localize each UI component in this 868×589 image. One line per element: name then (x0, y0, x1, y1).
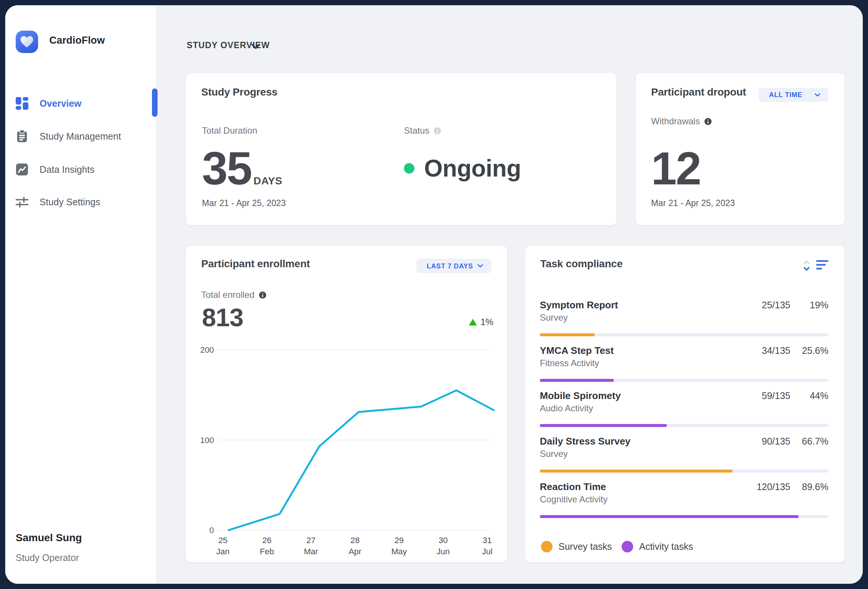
legend-activity: Activity tasks (621, 541, 693, 552)
svg-text:26: 26 (263, 536, 272, 545)
heart-icon (20, 35, 34, 49)
cardioflow-logo (16, 31, 38, 53)
total-duration-value: 35DAYS (202, 145, 282, 192)
task-progress-track (540, 469, 828, 472)
svg-text:27: 27 (307, 536, 316, 545)
task-progress-fill (540, 379, 614, 382)
withdrawals-label: Withdrawals (651, 117, 712, 126)
filter-icon[interactable] (816, 260, 828, 270)
sidebar-item-overview[interactable]: Overview (16, 95, 81, 112)
duration-range: Mar 21 - Apr 25, 2023 (202, 199, 286, 208)
svg-text:Jan: Jan (216, 547, 229, 556)
task-progress-fill (540, 469, 732, 472)
sidebar: CardioFlow Overview (5, 5, 156, 584)
task-count: 34/135 (762, 346, 790, 355)
task-progress-track (540, 333, 828, 336)
svg-text:28: 28 (351, 536, 360, 545)
sidebar-item-label: Overview (40, 99, 81, 108)
task-percent: 25.6% (802, 346, 828, 355)
svg-text:Feb: Feb (260, 547, 274, 556)
legend-dot-activity (621, 541, 633, 552)
legend-dot-survey (541, 541, 552, 552)
task-percent: 89.6% (802, 482, 828, 492)
task-category: Survey (540, 313, 568, 322)
svg-text:200: 200 (200, 345, 214, 354)
task-count: 25/135 (762, 300, 790, 310)
task-category: Audio Activity (540, 404, 593, 413)
status-value: Ongoing (404, 156, 521, 181)
user-name: Samuel Sung (16, 533, 82, 543)
brand-title: CardioFlow (49, 35, 105, 46)
sliders-icon (16, 196, 28, 208)
participant-dropout-card: Participant dropout ALL TIME Withdrawals… (635, 73, 845, 226)
task-progress-track (540, 515, 828, 518)
task-progress-fill (540, 333, 595, 336)
svg-text:100: 100 (200, 435, 214, 445)
sidebar-item-label: Data Insights (40, 165, 94, 174)
task-percent: 66.7% (802, 437, 828, 446)
sidebar-item-study-settings[interactable]: Study Settings (16, 194, 100, 210)
dashboard-icon (16, 97, 28, 110)
enrollment-line-chart: 010020025Jan26Feb27Mar28Apr29May30Jun31J… (186, 246, 508, 563)
task-row[interactable]: Mobile Spiromety Audio Activity 59/135 4… (540, 391, 828, 432)
chart-icon (16, 163, 28, 176)
task-row[interactable]: Daily Stress Survey Survey 90/135 66.7% (540, 436, 828, 477)
time-filter-dropdown[interactable]: ALL TIME (759, 88, 828, 102)
sidebar-item-label: Study Management (40, 132, 121, 141)
sidebar-item-data-insights[interactable]: Data Insights (16, 161, 94, 178)
card-title: Task compliance (540, 259, 623, 269)
svg-text:May: May (391, 547, 407, 556)
study-progress-card: Study Progress Total Duration 35DAYS Mar… (186, 73, 617, 226)
withdrawals-value: 12 (651, 145, 700, 192)
chevron-down-icon (815, 93, 820, 97)
user-role: Study Operator (16, 553, 79, 562)
svg-text:Apr: Apr (349, 547, 362, 556)
app-window: CardioFlow Overview (5, 5, 863, 584)
svg-text:29: 29 (395, 536, 404, 545)
task-percent: 44% (810, 391, 828, 400)
status-dot (404, 163, 415, 174)
task-row[interactable]: YMCA Step Test Fitness Activity 34/135 2… (540, 345, 828, 387)
card-title: Participant dropout (651, 87, 746, 97)
sidebar-item-study-management[interactable]: Study Management (16, 128, 121, 145)
card-title: Study Progress (201, 87, 278, 97)
total-duration-label: Total Duration (202, 126, 257, 135)
task-row[interactable]: Reaction Time Cognitive Activity 120/135… (540, 482, 828, 523)
task-row[interactable]: Symptom Report Survey 25/135 19% (540, 300, 828, 341)
sidebar-item-label: Study Settings (40, 198, 100, 207)
task-percent: 19% (810, 300, 828, 310)
svg-text:25: 25 (218, 536, 227, 545)
svg-text:Mar: Mar (304, 547, 318, 556)
task-count: 90/135 (762, 437, 790, 446)
svg-text:0: 0 (210, 526, 214, 535)
task-category: Survey (540, 449, 568, 458)
task-progress-fill (540, 424, 667, 427)
task-category: Fitness Activity (540, 359, 599, 368)
status-label: Status (404, 126, 441, 135)
dropout-range: Mar 21 - Apr 25, 2023 (651, 199, 735, 208)
task-count: 120/135 (757, 482, 790, 492)
svg-text:Jun: Jun (436, 547, 449, 556)
participant-enrollment-card: Participant enrollment LAST 7 DAYS Total… (186, 245, 507, 562)
chevron-down-icon[interactable] (251, 44, 260, 49)
active-nav-indicator (152, 89, 158, 117)
task-category: Cognitive Activity (540, 495, 607, 504)
svg-text:Jul: Jul (482, 547, 492, 556)
svg-text:31: 31 (483, 536, 492, 545)
info-icon[interactable] (434, 127, 441, 134)
task-progress-fill (540, 515, 799, 518)
task-count: 59/135 (762, 391, 790, 400)
sort-icon[interactable] (803, 260, 810, 271)
svg-text:30: 30 (438, 536, 447, 545)
clipboard-icon (16, 130, 28, 143)
info-icon[interactable] (704, 118, 712, 125)
task-compliance-card: Task compliance Symptom Report Survey 25… (525, 245, 845, 562)
legend-survey: Survey tasks (541, 541, 612, 552)
task-progress-track (540, 424, 828, 427)
task-progress-track (540, 379, 828, 382)
